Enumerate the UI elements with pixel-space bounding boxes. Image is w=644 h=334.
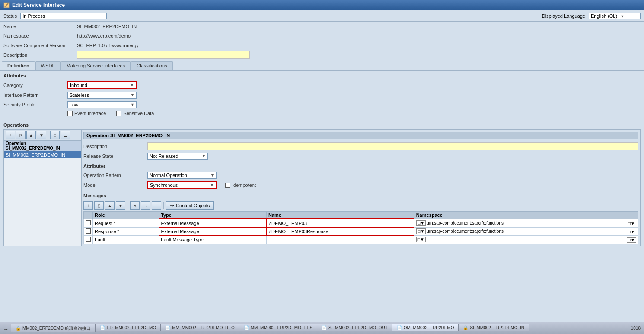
msg-link-btn[interactable]: ↔ [152, 201, 161, 210]
table-row[interactable]: Fault Fault Message Type □▼ □▼ [84, 235, 638, 244]
operations-section: Operations + ⎘ ▲ ▼ □ ☰ Operation SI_MM00… [0, 122, 644, 249]
interface-pattern-arrow: ▼ [131, 93, 134, 97]
context-objects-btn[interactable]: ⇒ Context Objects [166, 201, 214, 210]
op-down-btn[interactable]: ▼ [37, 131, 46, 139]
msg-del-btn[interactable]: ✕ [130, 201, 140, 210]
release-state-select[interactable]: Not Released ▼ [147, 153, 208, 160]
operations-left: + ⎘ ▲ ▼ □ ☰ Operation SI_MM002_ERP2DEMO_… [4, 130, 82, 246]
col-extra [625, 212, 638, 219]
status-label: Status [3, 13, 17, 19]
cell-namespace: □▼ urn:sap-com:document:sap:rfc:function… [414, 219, 625, 227]
cell-type: Fault Message Type [159, 235, 267, 244]
msg-move-btn[interactable]: → [141, 201, 150, 210]
tab-definition[interactable]: Definition [2, 61, 35, 70]
category-dropdown-arrow: ▼ [130, 83, 134, 87]
msg-up-btn[interactable]: ▲ [105, 201, 115, 210]
idempotent-label: Idempotent [232, 183, 256, 188]
mode-arrow: ▼ [210, 183, 214, 187]
cell-type: External Message [159, 227, 267, 235]
col-name: Name [266, 212, 414, 219]
operation-item[interactable]: SI_MM002_ERP2DEMO_IN [4, 151, 81, 158]
msg-add-btn[interactable]: + [83, 201, 93, 210]
cell-type: External Message [159, 219, 267, 227]
table-row[interactable]: Request * External Message ZDEMO_TEMP03 … [84, 219, 638, 227]
event-interface-label: Event interface [74, 111, 106, 116]
namespace-label: Namespace [3, 33, 77, 39]
security-profile-select[interactable]: Low ▼ [67, 101, 137, 108]
op-pattern-row: Operation Pattern Normal Operation ▼ [83, 170, 638, 180]
messages-toolbar: + ⎘ ▲ ▼ ✕ → ↔ ⇒ Context Objects [83, 200, 638, 211]
edit-icon [3, 2, 10, 8]
lang-label: Displayed Language [542, 13, 585, 19]
cell-extra: □▼ [625, 219, 638, 227]
cell-extra: □▼ [625, 235, 638, 244]
name-row: Name SI_MM002_ERP2DEMO_IN [0, 22, 644, 31]
release-state-label: Release State [83, 154, 144, 159]
sensitive-data-checkbox[interactable] [116, 111, 121, 116]
idempotent-cb[interactable]: Idempotent [225, 183, 256, 188]
software-row: Software Component Version SC_ERP, 1.0 o… [0, 41, 644, 50]
operations-panel: + ⎘ ▲ ▼ □ ☰ Operation SI_MM002_ERP2DEMO_… [3, 129, 641, 246]
col-role: Role [93, 212, 159, 219]
status-value: In Process [20, 13, 107, 19]
namespace-row: Namespace http://www.erp.com/demo [0, 31, 644, 41]
tab-classifications[interactable]: Classifications [131, 61, 172, 70]
attributes-section: Attributes Category Inbound ▼ Interface … [0, 73, 644, 120]
tab-matching[interactable]: Matching Service Interfaces [61, 61, 131, 70]
category-select[interactable]: Inbound ▼ [67, 81, 137, 89]
mode-select[interactable]: Synchronous ▼ [147, 181, 217, 189]
interface-pattern-label: Interface Pattern [3, 93, 64, 98]
op-desc-label: Description [83, 144, 144, 149]
release-state-arrow: ▼ [202, 154, 206, 158]
event-interface-checkbox[interactable] [67, 111, 73, 116]
messages-title: Messages [83, 193, 638, 198]
interface-pattern-select[interactable]: Stateless ▼ [67, 92, 137, 99]
mode-row: Mode Synchronous ▼ Idempotent [83, 180, 638, 190]
cell-name [266, 235, 414, 244]
description-label: Description [3, 52, 77, 58]
name-label: Name [3, 24, 77, 29]
op-detail-title: Operation SI_MM002_ERP2DEMO_IN [83, 132, 638, 139]
software-value: SC_ERP, 1.0 of www.runergy [77, 43, 139, 48]
msg-copy-btn[interactable]: ⎘ [94, 201, 104, 210]
op-pattern-select[interactable]: Normal Operation ▼ [147, 172, 217, 179]
sep1 [48, 131, 48, 138]
context-arrow-icon: ⇒ [170, 202, 174, 209]
op-props-btn[interactable]: □ [50, 131, 60, 139]
op-extra-btn[interactable]: ☰ [61, 131, 70, 139]
sensitive-data-label: Sensitive Data [123, 111, 154, 116]
description-input[interactable] [77, 51, 250, 59]
cell-namespace: □▼ urn:sap-com:document:sap:rfc:function… [414, 227, 625, 235]
tab-wsdl[interactable]: WSDL [35, 61, 61, 70]
col-type: Type [159, 212, 267, 219]
msg-down-btn[interactable]: ▼ [116, 201, 125, 210]
row-checkbox[interactable] [86, 237, 91, 242]
op-attrs-title: Attributes [83, 164, 638, 169]
title-bar: Edit Service Interface [0, 0, 644, 10]
cell-namespace: □▼ [414, 235, 625, 244]
messages-table: Role Type Name Namespace Request * Exter… [83, 211, 638, 244]
idempotent-checkbox[interactable] [225, 183, 230, 188]
op-up-btn[interactable]: ▲ [26, 131, 36, 139]
op-add-btn[interactable]: + [6, 131, 15, 139]
checkboxes-row: Event interface Sensitive Data [3, 109, 641, 117]
sensitive-data-cb[interactable]: Sensitive Data [116, 111, 154, 116]
row-checkbox[interactable] [86, 220, 91, 225]
lang-select[interactable]: English (OL) ▼ [589, 13, 641, 19]
row-checkbox[interactable] [86, 228, 91, 234]
tabs-bar: Definition WSDL Matching Service Interfa… [0, 60, 644, 70]
cell-name: ZDEMO_TEMP03 [266, 219, 414, 227]
cell-role: Request * [93, 219, 159, 227]
op-pattern-label: Operation Pattern [83, 173, 144, 178]
category-label: Category [3, 83, 64, 88]
op-desc-input[interactable] [147, 142, 638, 150]
interface-pattern-row: Interface Pattern Stateless ▼ [3, 90, 641, 100]
mode-label: Mode [83, 183, 144, 188]
operations-right: Operation SI_MM002_ERP2DEMO_IN Descripti… [82, 130, 640, 246]
op-copy-btn[interactable]: ⎘ [16, 131, 26, 139]
sep2 [128, 202, 128, 209]
sep3 [163, 202, 164, 209]
event-interface-cb[interactable]: Event interface [67, 111, 106, 116]
table-row[interactable]: Response * External Message ZDEMO_TEMP03… [84, 227, 638, 235]
operations-title: Operations [3, 122, 641, 128]
